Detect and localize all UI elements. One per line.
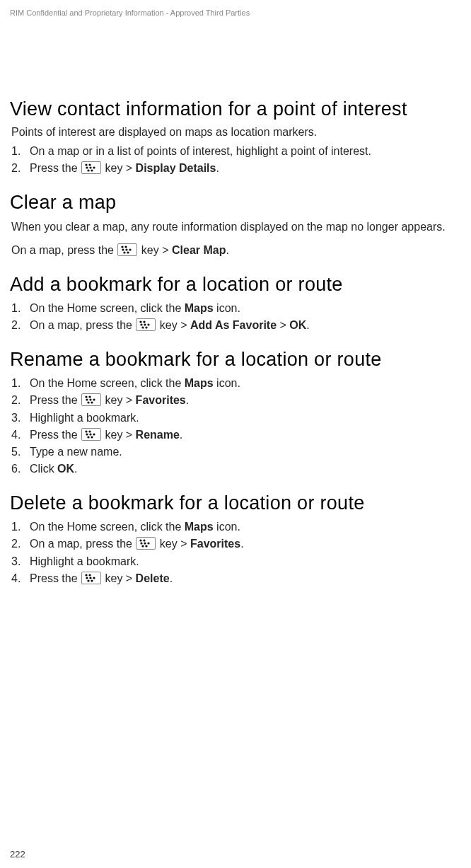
svg-point-34 <box>91 436 93 438</box>
step-text: . <box>240 538 243 550</box>
step-text: Press the <box>30 429 81 441</box>
step-text: key > <box>138 244 172 256</box>
step-number: 2. <box>11 160 21 176</box>
delete-steps: 1. On the Home screen, click the Maps ic… <box>11 519 461 586</box>
step-text: Press the <box>30 162 81 174</box>
step-text: Press the <box>30 572 81 584</box>
svg-point-41 <box>146 545 148 548</box>
bold-text: Maps <box>185 521 214 533</box>
blackberry-menu-key-icon <box>81 428 101 441</box>
step-text: Type a new name. <box>30 446 122 458</box>
svg-point-27 <box>91 402 93 404</box>
step-number: 4. <box>11 427 21 443</box>
list-item: 1. On the Home screen, click the Maps ic… <box>11 375 461 391</box>
step-text: key > <box>156 319 190 331</box>
step-text: key > <box>102 394 136 406</box>
step-number: 6. <box>11 461 21 477</box>
svg-point-1 <box>88 163 91 166</box>
step-number: 4. <box>11 570 21 586</box>
step-text: On the Home screen, click the <box>30 302 185 314</box>
heading-add-bookmark: Add a bookmark for a location or route <box>10 274 461 296</box>
step-number: 1. <box>11 375 21 391</box>
step-number: 1. <box>11 300 21 316</box>
heading-delete-bookmark: Delete a bookmark for a location or rout… <box>10 492 461 514</box>
list-item: 2. On a map, press the key > Favorites. <box>11 536 461 552</box>
list-item: 1. On a map or in a list of points of in… <box>11 143 461 159</box>
list-item: 3. Highlight a bookmark. <box>11 410 461 426</box>
svg-point-16 <box>141 323 143 325</box>
svg-point-6 <box>91 169 93 171</box>
step-number: 1. <box>11 143 21 159</box>
step-text: icon. <box>214 521 240 533</box>
step-number: 2. <box>11 392 21 408</box>
svg-point-40 <box>142 545 144 548</box>
svg-point-11 <box>129 248 132 250</box>
blackberry-menu-key-icon <box>81 572 101 584</box>
list-item: 4. Press the key > Rename. <box>11 427 461 443</box>
svg-point-9 <box>122 248 124 250</box>
step-text: . <box>306 319 309 331</box>
bold-text: Maps <box>185 302 214 314</box>
bold-text: Display Details <box>136 162 216 174</box>
svg-point-39 <box>148 543 150 545</box>
svg-point-31 <box>89 433 91 435</box>
clear-step: On a map, press the key > Clear Map. <box>11 242 461 258</box>
svg-point-19 <box>142 326 144 328</box>
svg-point-47 <box>87 579 89 581</box>
step-number: 3. <box>11 410 21 426</box>
svg-point-22 <box>88 396 91 398</box>
step-text: > <box>277 319 289 331</box>
step-number: 2. <box>11 536 21 552</box>
bold-text: Maps <box>185 377 214 389</box>
add-steps: 1. On the Home screen, click the Maps ic… <box>11 300 461 333</box>
list-item: 1. On the Home screen, click the Maps ic… <box>11 519 461 535</box>
step-number: 3. <box>11 553 21 569</box>
svg-point-48 <box>91 579 93 581</box>
step-text: Press the <box>30 394 81 406</box>
step-text: icon. <box>214 302 240 314</box>
step-text: key > <box>156 538 190 550</box>
svg-point-14 <box>140 320 142 323</box>
svg-point-4 <box>93 166 95 168</box>
step-text: key > <box>102 572 136 584</box>
step-number: 1. <box>11 519 21 535</box>
step-number: 2. <box>11 317 21 333</box>
svg-point-38 <box>144 543 146 545</box>
bold-text: OK <box>289 319 306 331</box>
svg-point-2 <box>86 166 88 168</box>
svg-point-29 <box>88 430 91 432</box>
list-item: 4. Press the key > Delete. <box>11 570 461 586</box>
step-text: On the Home screen, click the <box>30 521 185 533</box>
bold-text: Rename <box>136 429 180 441</box>
view-intro: Points of interest are displayed on maps… <box>11 125 461 140</box>
svg-point-42 <box>85 574 87 576</box>
svg-point-37 <box>141 543 143 545</box>
svg-point-25 <box>93 399 95 401</box>
svg-point-18 <box>148 323 150 325</box>
blackberry-menu-key-icon <box>136 537 156 550</box>
heading-clear-map: Clear a map <box>10 192 461 214</box>
svg-point-0 <box>85 163 87 166</box>
svg-point-28 <box>85 430 87 432</box>
step-text: . <box>180 429 182 441</box>
svg-point-32 <box>93 433 95 435</box>
step-text: key > <box>102 429 136 441</box>
svg-point-12 <box>124 251 126 253</box>
svg-point-17 <box>144 323 146 325</box>
blackberry-menu-key-icon <box>136 318 156 331</box>
svg-point-5 <box>87 169 89 171</box>
rename-steps: 1. On the Home screen, click the Maps ic… <box>11 375 461 477</box>
clear-intro: When you clear a map, any route informat… <box>11 219 461 235</box>
svg-point-8 <box>125 245 127 248</box>
list-item: 1. On the Home screen, click the Maps ic… <box>11 300 461 316</box>
step-text: Click <box>30 463 57 475</box>
heading-view-contact: View contact information for a point of … <box>10 98 461 120</box>
svg-point-44 <box>86 577 88 579</box>
list-item: 2. On a map, press the key > Add As Favo… <box>11 317 461 333</box>
svg-point-30 <box>86 433 88 435</box>
view-steps: 1. On a map or in a list of points of in… <box>11 143 461 176</box>
svg-point-26 <box>87 402 89 404</box>
step-text: On the Home screen, click the <box>30 377 185 389</box>
bold-text: Delete <box>136 572 170 584</box>
svg-point-46 <box>93 577 95 579</box>
